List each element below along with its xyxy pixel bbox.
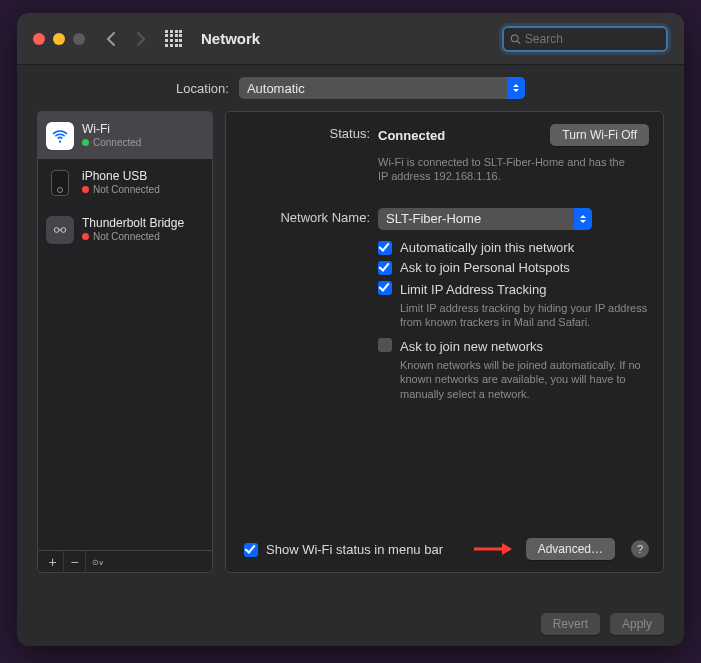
apply-button: Apply <box>610 613 664 635</box>
sidebar-item-label: Wi-Fi <box>82 123 141 137</box>
sidebar-footer: + − ⊙ⅴ <box>38 550 212 572</box>
ask-new-label: Ask to join new networks <box>400 339 543 354</box>
location-select[interactable]: Automatic <box>239 77 525 99</box>
zoom-button <box>73 33 85 45</box>
status-dot-icon <box>82 139 89 146</box>
auto-join-label: Automatically join this network <box>400 240 574 255</box>
ask-hotspot-checkbox[interactable] <box>378 261 392 275</box>
nav-buttons <box>105 31 147 47</box>
limit-ip-label: Limit IP Address Tracking <box>400 282 546 297</box>
turn-wifi-off-button[interactable]: Turn Wi-Fi Off <box>550 124 649 146</box>
network-prefs-window: Network Location: Automatic Wi-Fi <box>17 13 684 646</box>
search-icon <box>510 33 521 45</box>
ask-hotspot-label: Ask to join Personal Hotspots <box>400 260 570 275</box>
forward-icon <box>135 31 147 47</box>
minimize-button[interactable] <box>53 33 65 45</box>
advanced-button[interactable]: Advanced… <box>526 538 615 560</box>
svg-point-2 <box>54 227 59 232</box>
add-service-button[interactable]: + <box>42 551 64 573</box>
wifi-icon <box>46 122 74 150</box>
select-arrows-icon <box>507 77 525 99</box>
select-arrows-icon <box>574 208 592 230</box>
location-row: Location: Automatic <box>17 65 684 111</box>
svg-line-1 <box>517 41 520 44</box>
traffic-lights <box>33 33 85 45</box>
bottom-row: Show Wi-Fi status in menu bar Advanced… … <box>240 538 649 560</box>
svg-marker-6 <box>502 543 512 555</box>
actions-menu-button[interactable]: ⊙ⅴ <box>86 551 108 573</box>
sidebar-item-iphone-usb[interactable]: iPhone USB Not Connected <box>38 159 212 206</box>
status-label: Status: <box>240 124 378 146</box>
location-value: Automatic <box>247 81 305 96</box>
help-button[interactable]: ? <box>631 540 649 558</box>
annotation-arrow-icon <box>472 542 512 556</box>
services-list: Wi-Fi Connected iPhone USB Not Connected <box>38 112 212 550</box>
show-status-checkbox[interactable] <box>244 543 258 557</box>
sidebar-item-thunderbolt[interactable]: Thunderbolt Bridge Not Connected <box>38 206 212 253</box>
status-dot-icon <box>82 233 89 240</box>
sidebar-item-status: Not Connected <box>93 184 160 196</box>
back-icon[interactable] <box>105 31 117 47</box>
body: Wi-Fi Connected iPhone USB Not Connected <box>17 111 684 602</box>
network-name-value: SLT-Fiber-Home <box>386 211 481 226</box>
footer: Revert Apply <box>17 602 684 646</box>
titlebar: Network <box>17 13 684 65</box>
sidebar-item-status: Not Connected <box>93 231 160 243</box>
remove-service-button[interactable]: − <box>64 551 86 573</box>
sidebar-item-label: Thunderbolt Bridge <box>82 217 184 231</box>
sidebar-item-label: iPhone USB <box>82 170 160 184</box>
search-field[interactable] <box>502 26 668 52</box>
status-value: Connected <box>378 128 445 143</box>
services-sidebar: Wi-Fi Connected iPhone USB Not Connected <box>37 111 213 573</box>
svg-point-3 <box>61 227 66 232</box>
revert-button: Revert <box>541 613 600 635</box>
svg-point-0 <box>511 34 518 41</box>
iphone-icon <box>46 169 74 197</box>
limit-ip-description: Limit IP address tracking by hiding your… <box>400 301 649 330</box>
thunderbolt-icon <box>46 216 74 244</box>
sidebar-item-status: Connected <box>93 137 141 149</box>
search-input[interactable] <box>525 32 660 46</box>
sidebar-item-wifi[interactable]: Wi-Fi Connected <box>38 112 212 159</box>
status-dot-icon <box>82 186 89 193</box>
close-button[interactable] <box>33 33 45 45</box>
status-description: Wi-Fi is connected to SLT-Fiber-Home and… <box>378 155 638 184</box>
location-label: Location: <box>176 81 229 96</box>
show-status-label: Show Wi-Fi status in menu bar <box>266 542 443 557</box>
limit-ip-checkbox[interactable] <box>378 281 392 295</box>
window-title: Network <box>201 30 502 47</box>
details-panel: Status: Connected Turn Wi-Fi Off Wi-Fi i… <box>225 111 664 573</box>
auto-join-checkbox[interactable] <box>378 241 392 255</box>
network-name-label: Network Name: <box>240 208 378 230</box>
ask-new-description: Known networks will be joined automatica… <box>400 358 649 401</box>
show-all-icon[interactable] <box>165 30 183 48</box>
network-name-select[interactable]: SLT-Fiber-Home <box>378 208 592 230</box>
ask-new-checkbox[interactable] <box>378 338 392 352</box>
